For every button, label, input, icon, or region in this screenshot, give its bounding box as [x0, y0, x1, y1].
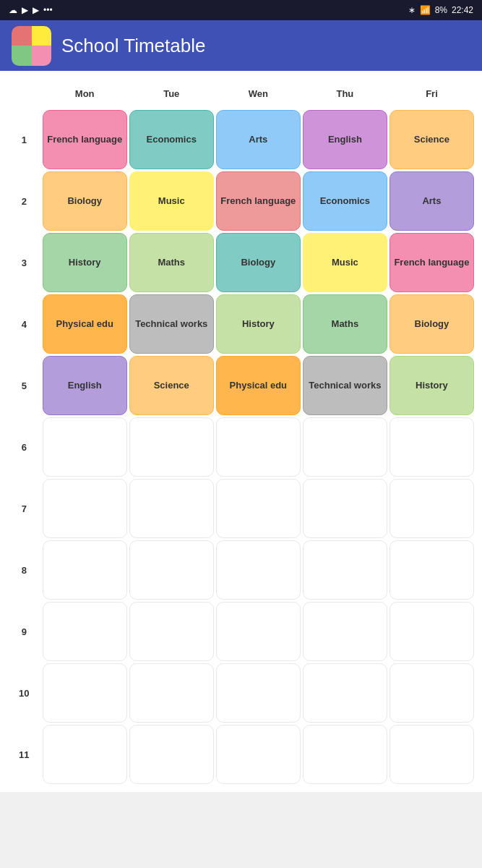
row-header-1: 1: [8, 110, 40, 169]
row-header-10: 10: [8, 663, 40, 723]
cell-2-1[interactable]: Biology: [43, 171, 127, 231]
row-header-6: 6: [8, 417, 40, 477]
period-row-4: 4Physical eduTechnical worksHistoryMaths…: [8, 294, 474, 354]
app-header: School Timetable: [0, 20, 482, 71]
cell-6-3: [216, 417, 301, 477]
cell-3-5[interactable]: French language: [390, 233, 474, 292]
bluetooth-icon: ∗: [408, 5, 416, 15]
cell-11-2: [129, 725, 214, 784]
period-row-5: 5EnglishSciencePhysical eduTechnical wor…: [8, 356, 474, 415]
cell-9-3: [216, 602, 301, 661]
cell-4-3[interactable]: History: [216, 294, 301, 354]
more-icon: •••: [43, 5, 53, 15]
cell-6-5: [390, 417, 474, 477]
logo-quadrant-2: [32, 26, 52, 46]
cell-5-5[interactable]: History: [390, 356, 474, 415]
cell-9-5: [390, 602, 474, 661]
cell-11-4: [303, 725, 387, 784]
period-row-8: 8: [8, 540, 474, 600]
cell-2-3[interactable]: French language: [216, 171, 301, 231]
col-wen: Wen: [216, 79, 301, 108]
period-row-2: 2BiologyMusicFrench languageEconomicsArt…: [8, 171, 474, 231]
cell-3-1[interactable]: History: [43, 233, 127, 292]
cell-5-3[interactable]: Physical edu: [216, 356, 301, 415]
logo-quadrant-1: [12, 26, 32, 46]
cell-8-4: [303, 540, 387, 600]
play-icon-2: ▶: [33, 5, 39, 15]
row-header-2: 2: [8, 171, 40, 231]
cell-5-1[interactable]: English: [43, 356, 127, 415]
cell-2-2[interactable]: Music: [129, 171, 214, 231]
play-icon-1: ▶: [22, 5, 28, 15]
cell-1-1[interactable]: French language: [43, 110, 127, 169]
period-row-11: 11: [8, 725, 474, 784]
status-right: ∗ 📶 8% 22:42: [408, 5, 473, 15]
row-header-7: 7: [8, 479, 40, 538]
period-row-7: 7: [8, 479, 474, 538]
period-row-9: 9: [8, 602, 474, 661]
day-header-row: Mon Tue Wen Thu Fri: [8, 79, 474, 108]
cell-9-4: [303, 602, 387, 661]
wifi-icon: 📶: [420, 5, 431, 15]
status-bar: ☁ ▶ ▶ ••• ∗ 📶 8% 22:42: [0, 0, 482, 20]
period-row-3: 3HistoryMathsBiologyMusicFrench language: [8, 233, 474, 292]
cell-1-2[interactable]: Economics: [129, 110, 214, 169]
cell-4-2[interactable]: Technical works: [129, 294, 214, 354]
cell-5-2[interactable]: Science: [129, 356, 214, 415]
cell-6-2: [129, 417, 214, 477]
col-fri: Fri: [390, 79, 474, 108]
status-left: ☁ ▶ ▶ •••: [9, 5, 53, 15]
cell-11-1: [43, 725, 127, 784]
row-header-3: 3: [8, 233, 40, 292]
cell-4-1[interactable]: Physical edu: [43, 294, 127, 354]
cell-8-3: [216, 540, 301, 600]
row-header-9: 9: [8, 602, 40, 661]
row-header-8: 8: [8, 540, 40, 600]
cell-9-1: [43, 602, 127, 661]
cell-3-3[interactable]: Biology: [216, 233, 301, 292]
time-display: 22:42: [452, 5, 473, 15]
cell-3-2[interactable]: Maths: [129, 233, 214, 292]
logo-quadrant-3: [12, 46, 32, 66]
col-tue: Tue: [129, 79, 214, 108]
cell-1-4[interactable]: English: [303, 110, 387, 169]
row-header-5: 5: [8, 356, 40, 415]
col-thu: Thu: [303, 79, 387, 108]
cell-5-4[interactable]: Technical works: [303, 356, 387, 415]
cell-11-3: [216, 725, 301, 784]
app-logo: [12, 26, 51, 66]
cloud-icon: ☁: [9, 5, 17, 15]
cell-4-5[interactable]: Biology: [390, 294, 474, 354]
cell-10-5: [390, 663, 474, 723]
cell-9-2: [129, 602, 214, 661]
cell-6-1: [43, 417, 127, 477]
cell-2-4[interactable]: Economics: [303, 171, 387, 231]
cell-7-5: [390, 479, 474, 538]
cell-6-4: [303, 417, 387, 477]
cell-7-2: [129, 479, 214, 538]
col-mon: Mon: [43, 79, 127, 108]
cell-1-5[interactable]: Science: [390, 110, 474, 169]
row-header-4: 4: [8, 294, 40, 354]
cell-1-3[interactable]: Arts: [216, 110, 301, 169]
cell-7-4: [303, 479, 387, 538]
cell-4-4[interactable]: Maths: [303, 294, 387, 354]
cell-7-1: [43, 479, 127, 538]
row-header-11: 11: [8, 725, 40, 784]
period-row-1: 1French languageEconomicsArtsEnglishScie…: [8, 110, 474, 169]
cell-10-4: [303, 663, 387, 723]
period-row-10: 10: [8, 663, 474, 723]
cell-3-4[interactable]: Music: [303, 233, 387, 292]
cell-8-1: [43, 540, 127, 600]
app-title: School Timetable: [61, 35, 205, 57]
cell-7-3: [216, 479, 301, 538]
corner-cell: [8, 79, 40, 108]
cell-2-5[interactable]: Arts: [390, 171, 474, 231]
cell-10-1: [43, 663, 127, 723]
cell-10-3: [216, 663, 301, 723]
logo-quadrant-4: [32, 46, 52, 66]
cell-8-2: [129, 540, 214, 600]
period-row-6: 6: [8, 417, 474, 477]
timetable-container: Mon Tue Wen Thu Fri 1French languageEcon…: [0, 71, 482, 792]
cell-10-2: [129, 663, 214, 723]
